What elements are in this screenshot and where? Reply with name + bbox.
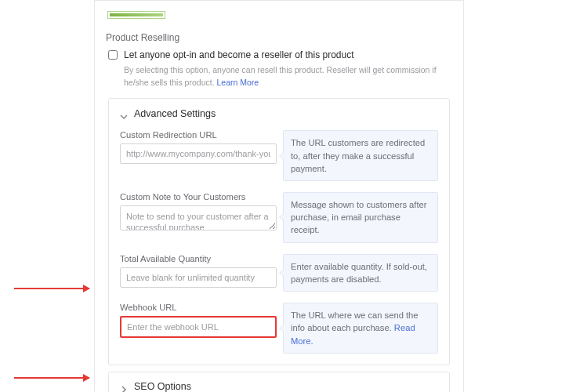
note-field: Custom Note to Your Customers bbox=[120, 192, 277, 234]
webhook-row: Webhook URL The URL where we can send th… bbox=[120, 303, 438, 354]
chevron-down-icon bbox=[120, 110, 128, 118]
reseller-description-text: By selecting this option, anyone can res… bbox=[124, 65, 437, 87]
note-hint: Message shown to customers after purchas… bbox=[283, 192, 438, 243]
seo-title: SEO Options bbox=[134, 381, 191, 392]
product-thumbnail bbox=[108, 12, 165, 18]
qty-label: Total Available Quantity bbox=[120, 254, 277, 263]
webhook-label: Webhook URL bbox=[120, 303, 277, 312]
webhook-hint: The URL where we can send the info about… bbox=[283, 303, 438, 354]
annotation-arrow-update bbox=[14, 377, 89, 379]
learn-more-link[interactable]: Learn More bbox=[216, 78, 259, 87]
advanced-settings-header[interactable]: Advanced Settings bbox=[120, 108, 438, 119]
note-label: Custom Note to Your Customers bbox=[120, 192, 277, 201]
seo-options-card[interactable]: SEO Options bbox=[108, 372, 450, 392]
settings-panel: Product Reselling Let anyone opt-in and … bbox=[94, 0, 464, 392]
redirect-label: Custom Redirection URL bbox=[120, 130, 277, 140]
note-row: Custom Note to Your Customers Message sh… bbox=[120, 192, 438, 243]
redirect-url-input[interactable] bbox=[120, 143, 277, 164]
qty-hint: Enter available quantity. If sold-out, p… bbox=[283, 254, 438, 292]
reselling-section: Product Reselling Let anyone opt-in and … bbox=[106, 32, 452, 89]
panel-inner: Product Reselling Let anyone opt-in and … bbox=[95, 1, 463, 392]
quantity-input[interactable] bbox=[120, 267, 277, 288]
advanced-settings-card: Advanced Settings Custom Redirection URL… bbox=[108, 98, 450, 365]
chevron-right-icon bbox=[120, 383, 128, 390]
advanced-settings-title: Advanced Settings bbox=[134, 108, 216, 119]
webhook-url-input[interactable] bbox=[120, 316, 277, 338]
custom-note-textarea[interactable] bbox=[120, 205, 277, 230]
annotation-arrow-webhook bbox=[14, 288, 89, 289]
redirect-hint: The URL customers are redirected to, aft… bbox=[283, 130, 438, 181]
qty-row: Total Available Quantity Enter available… bbox=[120, 254, 438, 292]
reseller-description: By selecting this option, anyone can res… bbox=[124, 64, 452, 89]
reseller-row: Let anyone opt-in and become a reseller … bbox=[108, 49, 452, 62]
reseller-checkbox-label: Let anyone opt-in and become a reseller … bbox=[124, 49, 354, 62]
seo-header: SEO Options bbox=[120, 381, 438, 392]
qty-field: Total Available Quantity bbox=[120, 254, 277, 288]
redirect-field: Custom Redirection URL bbox=[120, 130, 277, 164]
webhook-field: Webhook URL bbox=[120, 303, 277, 338]
section-title: Product Reselling bbox=[106, 32, 452, 43]
redirect-row: Custom Redirection URL The URL customers… bbox=[120, 130, 438, 181]
reseller-checkbox[interactable] bbox=[108, 50, 118, 60]
